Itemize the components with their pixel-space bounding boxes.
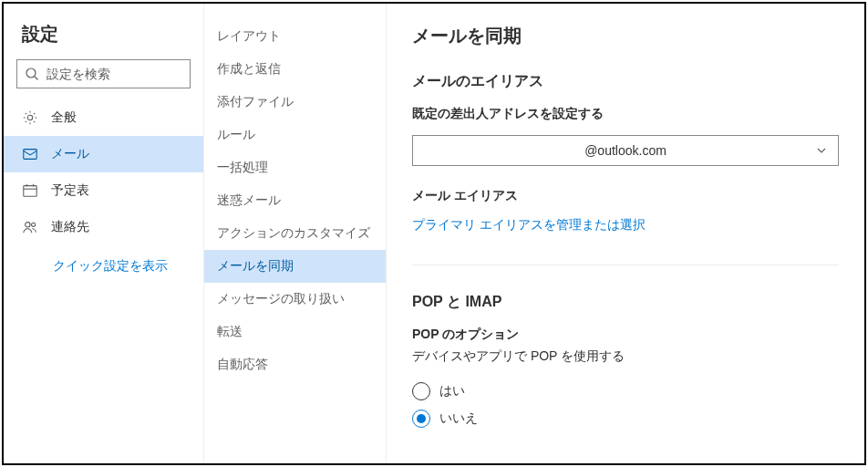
mail-icon	[22, 146, 38, 162]
default-from-dropdown[interactable]: @outlook.com	[412, 135, 839, 166]
alias-heading: メールのエイリアス	[412, 72, 839, 91]
submenu-label: 自動応答	[217, 357, 268, 373]
pop-imap-section: POP と IMAP POP のオプション デバイスやアプリで POP を使用す…	[412, 293, 839, 432]
submenu-label: メールを同期	[217, 258, 294, 275]
sidebar-item-general[interactable]: 全般	[4, 99, 203, 136]
submenu-label: アクションのカスタマイズ	[217, 225, 370, 242]
search-settings[interactable]	[16, 59, 191, 88]
alias-label: メール エイリアス	[412, 188, 839, 204]
search-input[interactable]	[45, 66, 208, 82]
settings-dialog: 設定 全般 メール	[2, 2, 866, 465]
submenu-label: 添付ファイル	[217, 94, 294, 110]
radio-label: はい	[439, 383, 465, 400]
submenu-item-auto-reply[interactable]: 自動応答	[204, 348, 386, 381]
submenu-label: ルール	[217, 127, 255, 143]
search-icon	[25, 67, 39, 81]
submenu-item-sync-mail[interactable]: メールを同期	[204, 250, 386, 283]
manage-alias-link[interactable]: プライマリ エイリアスを管理または選択	[412, 217, 839, 234]
gear-icon	[22, 109, 38, 126]
quick-settings-link[interactable]: クイック設定を表示	[4, 245, 203, 275]
dropdown-value: @outlook.com	[584, 143, 666, 158]
radio-label: いいえ	[439, 410, 478, 427]
alias-section: メールのエイリアス 既定の差出人アドレスを設定する @outlook.com メ…	[412, 72, 839, 234]
sidebar-item-label: 全般	[51, 109, 77, 126]
submenu-label: レイアウト	[217, 28, 281, 45]
default-from-label: 既定の差出人アドレスを設定する	[412, 106, 839, 122]
sidebar-item-calendar[interactable]: 予定表	[4, 172, 203, 209]
submenu-label: メッセージの取り扱い	[217, 291, 345, 307]
pop-imap-heading: POP と IMAP	[412, 293, 839, 312]
chevron-down-icon	[816, 145, 827, 156]
svg-line-1	[35, 77, 38, 80]
sidebar-item-contacts[interactable]: 連絡先	[4, 209, 203, 245]
svg-rect-4	[24, 186, 36, 197]
settings-title: 設定	[4, 16, 203, 59]
svg-rect-3	[24, 150, 36, 160]
page-title: メールを同期	[412, 24, 839, 48]
submenu-item-rules[interactable]: ルール	[204, 119, 386, 151]
sidebar-item-mail[interactable]: メール	[4, 136, 203, 172]
submenu-label: 作成と返信	[217, 61, 281, 78]
pop-radio-yes[interactable]: はい	[412, 378, 839, 405]
people-icon	[22, 219, 38, 235]
svg-point-2	[27, 115, 32, 119]
submenu-item-junk[interactable]: 迷惑メール	[204, 184, 386, 217]
submenu-item-layout[interactable]: レイアウト	[204, 20, 386, 53]
settings-submenu: レイアウト 作成と返信 添付ファイル ルール 一括処理 迷惑メール アクションの…	[204, 4, 387, 463]
sidebar-item-label: 連絡先	[51, 219, 89, 235]
submenu-label: 一括処理	[217, 160, 268, 176]
submenu-label: 転送	[217, 324, 243, 340]
settings-content: メールを同期 メールのエイリアス 既定の差出人アドレスを設定する @outloo…	[387, 4, 864, 463]
settings-sidebar: 設定 全般 メール	[4, 4, 204, 463]
submenu-item-sweep[interactable]: 一括処理	[204, 151, 386, 184]
submenu-item-message-handling[interactable]: メッセージの取り扱い	[204, 283, 386, 316]
pop-radio-no[interactable]: いいえ	[412, 405, 839, 432]
sidebar-item-label: 予定表	[51, 182, 89, 199]
calendar-icon	[22, 182, 38, 199]
svg-point-0	[26, 68, 36, 78]
pop-options-label: POP のオプション	[412, 327, 839, 343]
sidebar-item-label: メール	[51, 146, 89, 162]
pop-desc: デバイスやアプリで POP を使用する	[412, 348, 839, 365]
svg-point-9	[32, 223, 36, 226]
radio-icon	[412, 382, 430, 400]
submenu-label: 迷惑メール	[217, 192, 281, 209]
radio-icon	[412, 410, 430, 428]
submenu-item-compose[interactable]: 作成と返信	[204, 53, 386, 86]
submenu-item-forwarding[interactable]: 転送	[204, 316, 386, 348]
section-divider	[412, 265, 839, 265]
submenu-item-attachments[interactable]: 添付ファイル	[204, 86, 386, 119]
submenu-item-customize-actions[interactable]: アクションのカスタマイズ	[204, 217, 386, 250]
svg-point-8	[26, 223, 30, 227]
